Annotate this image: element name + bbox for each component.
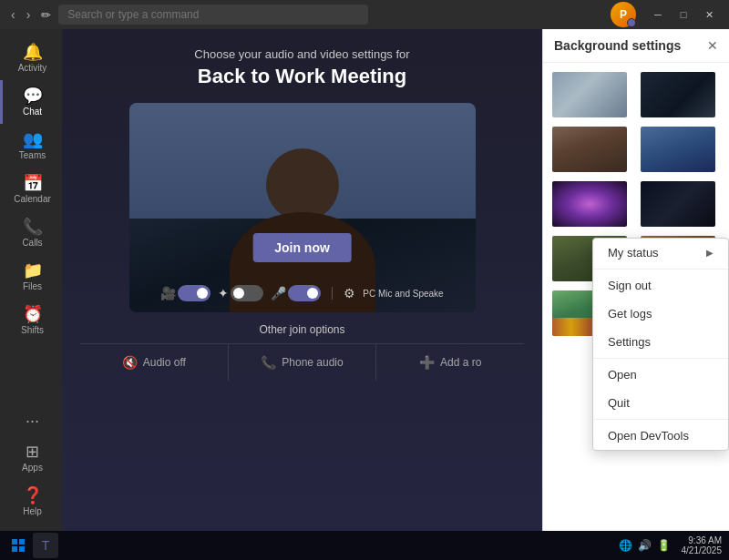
bg-thumb-3[interactable] [550, 125, 629, 174]
sidebar-item-teams[interactable]: 👥 Teams [0, 124, 62, 168]
bg-thumb-4[interactable] [639, 125, 717, 174]
ctx-open-devtools-label: Open DevTools [608, 429, 689, 443]
sidebar-item-apps[interactable]: ⊞ Apps [0, 436, 62, 480]
sidebar-item-help-label: Help [23, 506, 42, 516]
taskbar-volume-icon: 🔊 [638, 539, 652, 552]
taskbar-network-icon: 🌐 [619, 539, 632, 552]
taskbar-system-tray: 🌐 🔊 🔋 9:36 AM 4/21/2025 [619, 535, 723, 555]
start-button[interactable] [7, 535, 29, 556]
nav-buttons: ‹ › [7, 5, 34, 24]
bg-panel-close-button[interactable]: ✕ [707, 38, 718, 53]
phone-audio-icon: 📞 [261, 355, 276, 370]
taskbar-running-apps: T [33, 533, 58, 558]
title-bar-right: P ─ □ ✕ [611, 2, 722, 27]
audio-device-label: PC Mic and Speake [363, 289, 443, 299]
avatar-status-badge [627, 18, 636, 27]
ctx-settings-label: Settings [608, 335, 651, 349]
ctx-get-logs[interactable]: Get logs [593, 300, 728, 328]
video-controls-bar: 🎥 ✦ 🎤 [129, 285, 476, 301]
sidebar-item-shifts-label: Shifts [21, 325, 44, 335]
bg-thumb-1[interactable] [550, 70, 629, 119]
camera-icon: 🎥 [160, 286, 176, 300]
teams-icon: 👥 [23, 131, 43, 148]
ctx-quit[interactable]: Quit [593, 389, 728, 417]
add-room-icon: ➕ [419, 355, 435, 370]
taskbar-teams-icon[interactable]: T [33, 533, 58, 558]
compose-icon[interactable]: ✏ [41, 8, 51, 22]
activity-icon: 🔔 [23, 44, 43, 60]
audio-off-label: Audio off [143, 356, 186, 369]
prejoin-subtitle: Choose your audio and video settings for [194, 47, 409, 61]
more-icon: ··· [26, 412, 39, 429]
mic-toggle-thumb [307, 288, 318, 299]
ctx-sign-out-label: Sign out [608, 279, 652, 292]
sidebar: 🔔 Activity 💬 Chat 👥 Teams 📅 Calendar 📞 C… [0, 29, 62, 531]
effects-toggle-group: ✦ [218, 285, 263, 301]
sidebar-item-teams-label: Teams [19, 150, 46, 160]
minimize-button[interactable]: ─ [645, 2, 671, 27]
main-content: Choose your audio and video settings for… [62, 29, 542, 531]
ctx-my-status[interactable]: My status ▶ [593, 239, 728, 267]
sidebar-item-chat[interactable]: 💬 Chat [0, 80, 62, 124]
other-options-label: Other join options [259, 323, 344, 336]
prejoin-title: Back to Work Meeting [198, 65, 406, 88]
ctx-open[interactable]: Open [593, 361, 728, 389]
sidebar-item-calls[interactable]: 📞 Calls [0, 211, 62, 255]
sidebar-item-calendar[interactable]: 📅 Calendar [0, 168, 62, 211]
main-area: 🔔 Activity 💬 Chat 👥 Teams 📅 Calendar 📞 C… [0, 29, 729, 531]
taskbar-clock: 9:36 AM 4/21/2025 [682, 535, 723, 555]
sidebar-item-activity-label: Activity [18, 63, 47, 73]
sidebar-item-more[interactable]: ··· [0, 405, 62, 436]
bg-panel-title: Background settings [554, 38, 681, 53]
ctx-open-devtools[interactable]: Open DevTools [593, 422, 728, 450]
join-now-button[interactable]: Join now [252, 233, 352, 262]
person-head [266, 148, 339, 221]
bg-thumb-6[interactable] [639, 179, 717, 229]
sidebar-item-apps-label: Apps [22, 463, 43, 473]
sidebar-item-help[interactable]: ❓ Help [0, 480, 62, 524]
effects-toggle[interactable] [231, 285, 263, 301]
ctx-get-logs-label: Get logs [608, 307, 652, 321]
title-bar: ‹ › ✏ P ─ □ ✕ [0, 0, 729, 29]
video-toggle[interactable] [178, 285, 210, 301]
sidebar-item-calls-label: Calls [22, 238, 42, 248]
add-room-label: Add a ro [440, 356, 481, 369]
audio-off-icon: 🔇 [122, 355, 138, 370]
forward-button[interactable]: › [23, 5, 35, 24]
context-menu: My status ▶ Sign out Get logs Settings O… [592, 238, 729, 451]
phone-audio-option[interactable]: 📞 Phone audio [229, 344, 377, 381]
ctx-settings[interactable]: Settings [593, 328, 728, 356]
window-controls: ─ □ ✕ [645, 2, 722, 27]
mic-toggle[interactable] [288, 285, 321, 301]
video-toggle-thumb [197, 288, 208, 299]
ctx-sign-out[interactable]: Sign out [593, 271, 728, 300]
sidebar-item-files[interactable]: 📁 Files [0, 255, 62, 299]
files-icon: 📁 [23, 262, 43, 279]
add-room-option[interactable]: ➕ Add a ro [376, 344, 524, 381]
taskbar-battery-icon: 🔋 [657, 539, 671, 552]
video-preview: Join now 🎥 ✦ 🎤 [129, 103, 476, 312]
video-toggle-group: 🎥 [160, 285, 210, 301]
ctx-open-label: Open [608, 368, 637, 382]
windows-logo-icon [12, 539, 25, 552]
audio-off-option[interactable]: 🔇 Audio off [80, 344, 229, 381]
ctx-divider-2 [593, 358, 728, 359]
controls-divider [332, 287, 333, 300]
sidebar-item-shifts[interactable]: ⏰ Shifts [0, 299, 62, 342]
close-button[interactable]: ✕ [696, 2, 722, 27]
bg-thumb-2[interactable] [639, 70, 717, 119]
apps-icon: ⊞ [26, 443, 39, 460]
sidebar-item-activity[interactable]: 🔔 Activity [0, 36, 62, 80]
background-settings-panel: Background settings ✕ [542, 29, 729, 531]
help-icon: ❓ [23, 487, 43, 504]
maximize-button[interactable]: □ [671, 2, 696, 27]
calendar-icon: 📅 [23, 175, 43, 191]
avatar[interactable]: P [611, 2, 636, 27]
video-background [129, 103, 476, 312]
chat-icon: 💬 [23, 87, 43, 104]
taskbar-date-display: 4/21/2025 [682, 545, 723, 555]
search-input[interactable] [58, 5, 368, 25]
taskbar-time-display: 9:36 AM [688, 535, 722, 545]
bg-thumb-5[interactable] [550, 179, 629, 229]
back-button[interactable]: ‹ [7, 5, 19, 24]
